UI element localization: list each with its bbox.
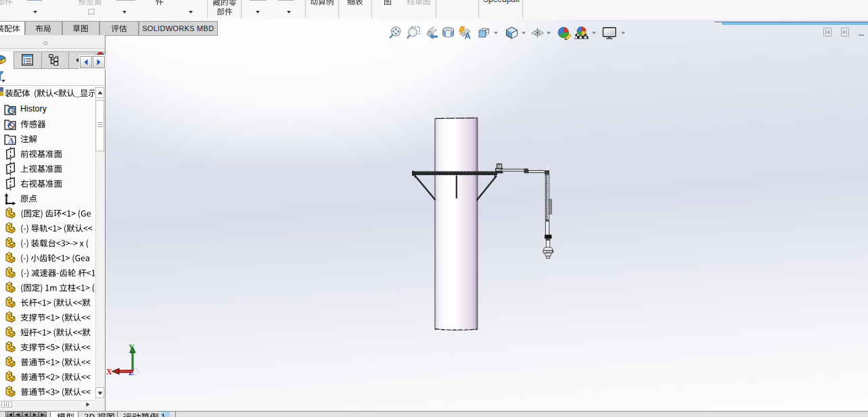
svg-text:A: A xyxy=(8,137,14,145)
